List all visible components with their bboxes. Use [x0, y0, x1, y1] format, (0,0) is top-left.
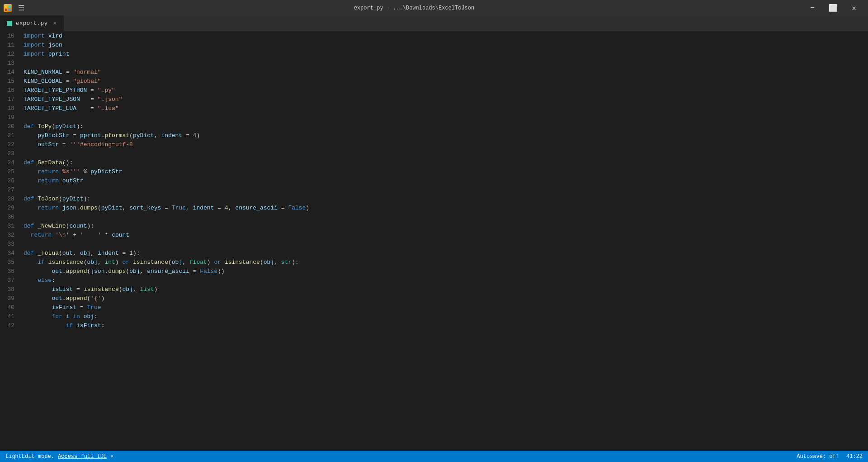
line-num-34: 34: [0, 249, 18, 258]
statusbar-left: LightEdit mode. Access full IDE ▾: [5, 453, 113, 460]
line-num-26: 26: [0, 176, 18, 186]
code-line-25: return %s''' % pyDictStr: [22, 167, 832, 176]
line-num-23: 23: [0, 149, 18, 158]
line-num-14: 14: [0, 68, 18, 77]
minimap: [832, 32, 868, 451]
line-num-41: 41: [0, 312, 18, 321]
line-num-24: 24: [0, 158, 18, 167]
line-num-42: 42: [0, 321, 18, 330]
statusbar-autosave: Autosave: off: [797, 453, 839, 460]
code-line-42: if isFirst:: [22, 321, 832, 330]
statusbar-ide-dropdown-icon[interactable]: ▾: [110, 453, 113, 460]
code-line-36: out.append(json.dumps(obj, ensure_ascii …: [22, 267, 832, 276]
line-num-19: 19: [0, 113, 18, 122]
code-line-32: return '\n' + ' ' * count: [22, 231, 832, 240]
line-num-36: 36: [0, 267, 18, 276]
close-button[interactable]: ✕: [844, 0, 864, 16]
menu-icon[interactable]: ☰: [16, 2, 26, 14]
app-logo: [4, 4, 12, 12]
tab-export-py[interactable]: export.py ×: [0, 15, 64, 31]
line-num-22: 22: [0, 140, 18, 149]
line-num-18: 18: [0, 104, 18, 113]
code-line-23: [22, 149, 832, 158]
line-num-32: 32: [0, 231, 18, 240]
tab-file-icon: [7, 21, 12, 26]
line-num-38: 38: [0, 285, 18, 294]
statusbar-mode: LightEdit mode.: [5, 453, 54, 460]
code-line-17: TARGET_TYPE_JSON = ".json": [22, 95, 832, 104]
code-line-27: [22, 186, 832, 195]
line-num-16: 16: [0, 86, 18, 95]
code-line-41: for i in obj:: [22, 312, 832, 321]
code-line-33: [22, 240, 832, 249]
code-line-16: TARGET_TYPE_PYTHON = ".py": [22, 86, 832, 95]
line-num-33: 33: [0, 240, 18, 249]
line-num-12: 12: [0, 50, 18, 59]
code-line-29: return json.dumps(pyDict, sort_keys = Tr…: [22, 204, 832, 213]
line-num-35: 35: [0, 258, 18, 267]
code-line-11: import json: [22, 41, 832, 50]
line-num-39: 39: [0, 294, 18, 303]
line-num-15: 15: [0, 77, 18, 86]
code-line-13: [22, 59, 832, 68]
statusbar-position: 41:22: [846, 453, 863, 460]
code-line-18: TARGET_TYPE_LUA = ".lua": [22, 104, 832, 113]
code-line-34: def _ToLua(out, obj, indent = 1):: [22, 249, 832, 258]
code-line-39: out.append('{'): [22, 294, 832, 303]
restore-button[interactable]: ⬜: [823, 0, 844, 16]
line-num-17: 17: [0, 95, 18, 104]
line-num-30: 30: [0, 213, 18, 222]
line-num-13: 13: [0, 59, 18, 68]
line-num-20: 20: [0, 122, 18, 131]
line-num-37: 37: [0, 276, 18, 285]
code-line-35: if isinstance(obj, int) or isinstance(ob…: [22, 258, 832, 267]
code-line-20: def ToPy(pyDict):: [22, 122, 832, 131]
svg-rect-0: [5, 5, 7, 8]
line-numbers: 10 11 12 13 14 15 16 17 18 19 20 21 22 2…: [0, 32, 22, 451]
statusbar: LightEdit mode. Access full IDE ▾ Autosa…: [0, 451, 868, 462]
code-editor[interactable]: 10 11 12 13 14 15 16 17 18 19 20 21 22 2…: [0, 32, 868, 451]
access-ide-link[interactable]: Access full IDE: [58, 453, 107, 460]
tab-bar: export.py ×: [0, 16, 868, 32]
minimize-button[interactable]: −: [802, 0, 823, 16]
code-line-40: isFirst = True: [22, 303, 832, 312]
code-content[interactable]: import xlrd import json import pprint KI…: [22, 32, 832, 451]
statusbar-right: Autosave: off 41:22: [797, 453, 863, 460]
line-num-28: 28: [0, 195, 18, 204]
line-num-11: 11: [0, 41, 18, 50]
tab-filename: export.py: [16, 20, 47, 27]
code-line-21: pyDictStr = pprint.pformat(pyDict, inden…: [22, 131, 832, 140]
line-num-31: 31: [0, 222, 18, 231]
code-line-14: KIND_NORMAL = "normal": [22, 68, 832, 77]
line-num-10: 10: [0, 32, 18, 41]
line-num-27: 27: [0, 186, 18, 195]
svg-rect-1: [8, 5, 10, 8]
code-line-28: def ToJson(pyDict):: [22, 195, 832, 204]
titlebar: ☰ export.py - ...\Downloads\ExcelToJson …: [0, 0, 868, 16]
line-num-29: 29: [0, 204, 18, 213]
code-line-15: KIND_GLOBAL = "global": [22, 77, 832, 86]
code-line-10: import xlrd: [22, 32, 832, 41]
line-num-21: 21: [0, 131, 18, 140]
svg-rect-2: [5, 9, 7, 11]
code-line-12: import pprint: [22, 50, 832, 59]
tab-close-button[interactable]: ×: [53, 20, 57, 27]
window-controls: − ⬜ ✕: [802, 0, 864, 16]
line-num-40: 40: [0, 303, 18, 312]
code-line-26: return outStr: [22, 176, 832, 186]
code-line-19: [22, 113, 832, 122]
svg-rect-3: [8, 9, 10, 11]
window-title: export.py - ...\Downloads\ExcelToJson: [31, 5, 797, 11]
code-line-38: isList = isinstance(obj, list): [22, 285, 832, 294]
code-line-22: outStr = '''#encoding=utf-8: [22, 140, 832, 149]
editor-area: 10 11 12 13 14 15 16 17 18 19 20 21 22 2…: [0, 32, 868, 451]
code-line-30: [22, 213, 832, 222]
line-num-25: 25: [0, 167, 18, 176]
code-line-24: def GetData():: [22, 158, 832, 167]
code-line-37: else:: [22, 276, 832, 285]
code-line-31: def _NewLine(count):: [22, 222, 832, 231]
